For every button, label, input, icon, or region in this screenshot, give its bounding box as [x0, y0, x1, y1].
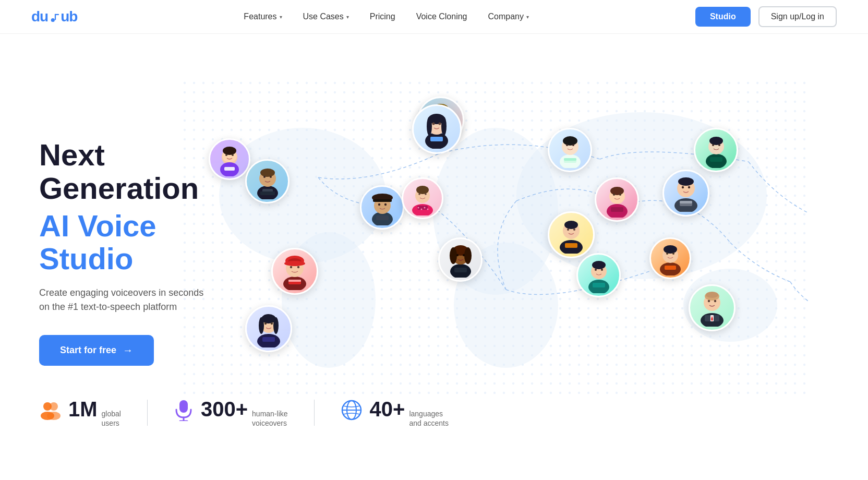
avatar-3: [412, 104, 462, 154]
svg-rect-115: [710, 157, 722, 162]
mic-icon: [174, 399, 194, 426]
nav-item-company[interactable]: Company ▾: [488, 12, 529, 21]
svg-point-55: [417, 207, 419, 208]
nav-item-pricing[interactable]: Pricing: [370, 12, 395, 21]
stat-label-languages: languagesand accents: [409, 409, 449, 428]
svg-point-125: [595, 269, 597, 271]
stat-voiceovers: 300+ human-likevoiceovers: [174, 398, 314, 428]
svg-point-107: [688, 186, 690, 188]
logo-text: du: [31, 8, 48, 25]
navbar: du ub Features ▾ Use Cases ▾ Pricing: [0, 0, 868, 34]
svg-point-114: [718, 144, 720, 146]
avatar-12: [595, 177, 639, 222]
chevron-icon: ▾: [280, 14, 282, 20]
svg-point-88: [572, 144, 574, 146]
svg-point-126: [601, 269, 603, 271]
svg-point-86: [563, 136, 577, 146]
svg-point-37: [260, 169, 275, 177]
svg-rect-121: [665, 266, 676, 270]
nav-item-features[interactable]: Features ▾: [244, 12, 282, 21]
svg-point-52: [418, 193, 420, 195]
svg-rect-141: [179, 400, 188, 413]
svg-rect-109: [680, 201, 692, 203]
svg-point-58: [427, 208, 428, 210]
start-free-button[interactable]: Start for free →: [39, 335, 154, 366]
svg-point-33: [439, 123, 441, 125]
svg-point-80: [273, 317, 279, 334]
svg-point-119: [666, 253, 668, 255]
svg-point-57: [424, 207, 425, 208]
svg-point-32: [432, 123, 435, 125]
svg-point-46: [378, 203, 380, 205]
chevron-icon: ▾: [346, 14, 349, 20]
svg-rect-48: [376, 215, 389, 220]
avatar-16: [576, 253, 621, 297]
users-icon: [39, 400, 61, 425]
svg-point-81: [264, 322, 267, 325]
stat-label-voiceovers: human-likevoiceovers: [252, 409, 287, 428]
svg-rect-96: [565, 243, 577, 248]
svg-rect-41: [260, 191, 275, 195]
chevron-icon: ▾: [526, 14, 529, 20]
avatar-15: [649, 237, 691, 279]
svg-rect-90: [564, 158, 576, 161]
nav-item-use-cases[interactable]: Use Cases ▾: [303, 12, 349, 21]
svg-point-95: [573, 229, 575, 231]
svg-point-39: [270, 176, 272, 178]
avatar-11: [548, 211, 595, 258]
nav-links: Features ▾ Use Cases ▾ Pricing Voice Clo…: [244, 12, 529, 21]
svg-point-105: [678, 177, 694, 186]
svg-point-99: [610, 187, 624, 195]
svg-point-93: [564, 221, 578, 229]
svg-point-120: [672, 253, 674, 255]
stat-number-voiceovers: 300+: [201, 398, 248, 421]
stats-bar: 1M globalusers 300+ human-likevoiceovers: [39, 398, 475, 428]
svg-point-71: [450, 247, 457, 264]
svg-point-64: [290, 266, 292, 268]
avatar-8: [438, 237, 483, 282]
svg-point-131: [706, 292, 718, 298]
svg-point-138: [50, 402, 58, 411]
stat-number-languages: 40+: [370, 398, 405, 421]
avatar-17: [689, 284, 736, 331]
svg-rect-2: [55, 14, 59, 15]
avatar-7: [271, 248, 318, 295]
svg-point-0: [51, 18, 55, 22]
globe-icon: [341, 399, 363, 426]
signup-button[interactable]: Sign up/Log in: [758, 6, 837, 27]
logo[interactable]: du ub: [31, 8, 77, 25]
hero-title-line1: Next Generation: [39, 138, 258, 205]
svg-point-87: [566, 144, 568, 146]
studio-button[interactable]: Studio: [695, 7, 751, 27]
svg-rect-127: [593, 283, 605, 287]
svg-point-51: [416, 186, 429, 194]
hero-content: Next Generation AI Voice Studio Create e…: [39, 138, 258, 366]
svg-point-38: [263, 176, 266, 178]
hero-section: Next Generation AI Voice Studio Create e…: [0, 34, 868, 480]
nav-actions: Studio Sign up/Log in: [695, 6, 837, 27]
svg-point-79: [259, 317, 264, 334]
svg-point-94: [567, 229, 569, 231]
svg-point-82: [271, 322, 273, 325]
svg-point-140: [47, 412, 61, 420]
nav-item-voice-cloning[interactable]: Voice Cloning: [416, 12, 467, 21]
avatar-10: [548, 128, 592, 172]
svg-point-30: [427, 117, 432, 136]
stat-users: 1M globalusers: [39, 398, 147, 428]
svg-point-100: [613, 194, 615, 196]
svg-point-63: [284, 261, 305, 266]
arrow-icon: →: [123, 344, 133, 356]
svg-point-124: [592, 261, 606, 269]
avatar-5: [360, 185, 404, 230]
stat-languages: 40+ languagesand accents: [341, 398, 475, 428]
avatar-13: [662, 170, 709, 217]
avatar-6: [402, 177, 443, 219]
svg-point-106: [682, 186, 684, 188]
svg-point-31: [441, 117, 447, 136]
svg-point-47: [384, 203, 386, 205]
svg-point-133: [714, 300, 716, 302]
svg-rect-67: [288, 280, 301, 282]
stat-divider-2: [314, 400, 315, 426]
svg-rect-75: [454, 268, 467, 272]
svg-point-53: [425, 193, 427, 195]
